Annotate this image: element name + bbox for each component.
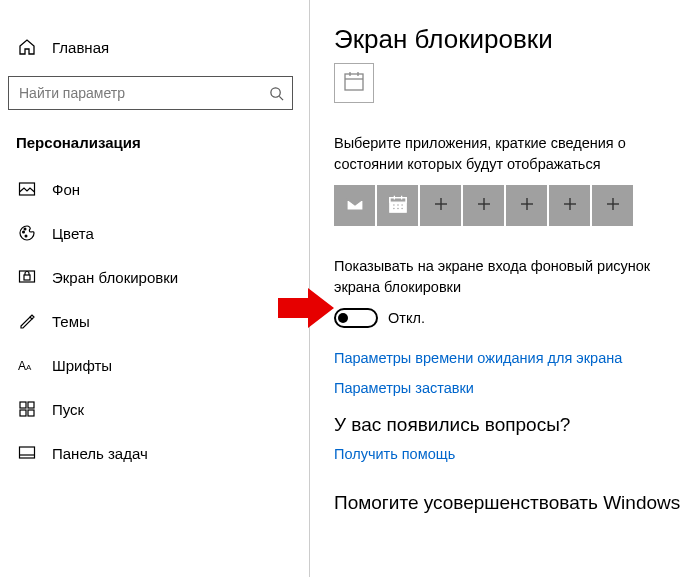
toggle-row: Откл. bbox=[334, 308, 700, 328]
sidebar-item-lockscreen[interactable]: Экран блокировки bbox=[0, 255, 309, 299]
svg-rect-26 bbox=[389, 197, 405, 202]
sidebar-item-label: Фон bbox=[52, 181, 80, 198]
quick-tile-add[interactable] bbox=[592, 185, 633, 226]
svg-rect-9 bbox=[20, 402, 26, 408]
svg-point-30 bbox=[393, 204, 394, 205]
sidebar-item-label: Пуск bbox=[52, 401, 84, 418]
svg-point-35 bbox=[401, 207, 402, 208]
fonts-icon: AA bbox=[16, 354, 38, 376]
image-icon bbox=[16, 178, 38, 200]
svg-point-31 bbox=[397, 204, 398, 205]
plus-icon bbox=[476, 196, 492, 216]
search-input[interactable] bbox=[9, 77, 292, 109]
sidebar-item-colors[interactable]: Цвета bbox=[0, 211, 309, 255]
svg-rect-6 bbox=[24, 275, 30, 280]
svg-point-4 bbox=[25, 235, 27, 237]
svg-rect-12 bbox=[28, 410, 34, 416]
svg-rect-1 bbox=[20, 183, 35, 195]
sidebar-nav: Фон Цвета bbox=[0, 167, 309, 475]
start-icon bbox=[16, 398, 38, 420]
quick-tile-add[interactable] bbox=[549, 185, 590, 226]
detailed-app-tile[interactable] bbox=[334, 63, 374, 103]
choose-apps-text: Выберите приложения, краткие сведения о … bbox=[334, 133, 664, 175]
sidebar-item-start[interactable]: Пуск bbox=[0, 387, 309, 431]
sidebar-item-fonts[interactable]: AA Шрифты bbox=[0, 343, 309, 387]
svg-point-33 bbox=[393, 207, 394, 208]
plus-icon bbox=[562, 196, 578, 216]
sidebar-item-label: Темы bbox=[52, 313, 90, 330]
plus-icon bbox=[605, 196, 621, 216]
calendar-icon bbox=[343, 70, 365, 96]
lockscreen-icon bbox=[16, 266, 38, 288]
sidebar-home[interactable]: Главная bbox=[0, 24, 309, 70]
svg-text:A: A bbox=[18, 359, 26, 373]
link-screensaver[interactable]: Параметры заставки bbox=[334, 380, 700, 396]
svg-rect-13 bbox=[20, 447, 35, 458]
home-icon bbox=[16, 36, 38, 58]
section-header: Персонализация bbox=[0, 122, 309, 167]
svg-rect-15 bbox=[345, 74, 363, 90]
svg-point-0 bbox=[270, 87, 279, 96]
page-title: Экран блокировки bbox=[334, 24, 700, 55]
mail-icon bbox=[344, 193, 366, 219]
quick-tile-calendar[interactable] bbox=[377, 185, 418, 226]
search-wrap bbox=[8, 76, 293, 110]
quick-tile-add[interactable] bbox=[463, 185, 504, 226]
show-bg-toggle[interactable] bbox=[334, 308, 378, 328]
sidebar-item-themes[interactable]: Темы bbox=[0, 299, 309, 343]
svg-point-3 bbox=[24, 228, 26, 230]
sidebar: Главная Персонализация Фон bbox=[0, 0, 310, 577]
sidebar-item-background[interactable]: Фон bbox=[0, 167, 309, 211]
show-bg-text: Показывать на экране входа фоновый рисун… bbox=[334, 256, 674, 298]
svg-point-2 bbox=[23, 231, 25, 233]
improve-heading: Помогите усовершенствовать Windows bbox=[334, 492, 700, 514]
svg-rect-10 bbox=[28, 402, 34, 408]
quick-tile-mail[interactable] bbox=[334, 185, 375, 226]
sidebar-item-label: Панель задач bbox=[52, 445, 148, 462]
link-screen-timeout[interactable]: Параметры времени ожидания для экрана bbox=[334, 350, 700, 366]
taskbar-icon bbox=[16, 442, 38, 464]
svg-point-32 bbox=[401, 204, 402, 205]
main-panel: Экран блокировки Выберите приложения, кр… bbox=[310, 0, 700, 577]
palette-icon bbox=[16, 222, 38, 244]
svg-rect-11 bbox=[20, 410, 26, 416]
quick-tile-add[interactable] bbox=[420, 185, 461, 226]
sidebar-item-taskbar[interactable]: Панель задач bbox=[0, 431, 309, 475]
search-box[interactable] bbox=[8, 76, 293, 110]
svg-point-34 bbox=[397, 207, 398, 208]
themes-icon bbox=[16, 310, 38, 332]
plus-icon bbox=[433, 196, 449, 216]
search-icon bbox=[268, 85, 284, 101]
sidebar-item-label: Шрифты bbox=[52, 357, 112, 374]
quick-tile-add[interactable] bbox=[506, 185, 547, 226]
quick-status-tiles bbox=[334, 185, 700, 226]
svg-text:A: A bbox=[26, 363, 32, 372]
have-question-heading: У вас появились вопросы? bbox=[334, 414, 700, 436]
toggle-state-label: Откл. bbox=[388, 310, 425, 326]
sidebar-item-label: Цвета bbox=[52, 225, 94, 242]
sidebar-item-label: Экран блокировки bbox=[52, 269, 178, 286]
link-get-help[interactable]: Получить помощь bbox=[334, 446, 700, 462]
calendar-icon bbox=[388, 194, 408, 218]
sidebar-home-label: Главная bbox=[52, 39, 109, 56]
plus-icon bbox=[519, 196, 535, 216]
toggle-knob bbox=[338, 313, 348, 323]
